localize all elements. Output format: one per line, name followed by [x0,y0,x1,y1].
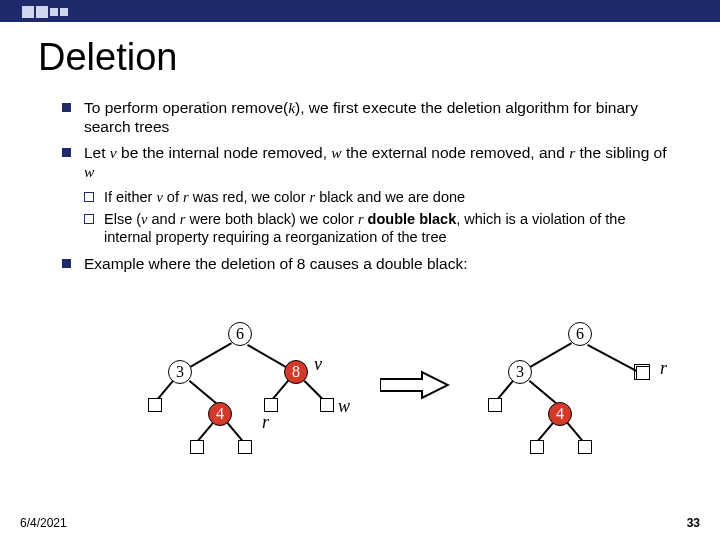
label-w: w [338,396,350,417]
diagram-area: 6 3 8 4 v r w [0,322,720,492]
page-number: 33 [687,516,700,530]
leaf-double-black [636,366,650,380]
node-3: 3 [168,360,192,384]
tree-before: 6 3 8 4 v r w [120,322,360,492]
label-r: r [262,412,269,433]
bullet-2: Let v be the internal node removed, w th… [62,143,674,182]
arrow-icon [380,370,450,400]
bullet-3: Example where the deletion of 8 causes a… [62,254,674,273]
node-4: 4 [548,402,572,426]
bullet-1: To perform operation remove(k), we first… [62,98,674,137]
node-8: 8 [284,360,308,384]
page-title: Deletion [38,36,177,79]
leaf [148,398,162,412]
topbar-decoration [0,0,720,22]
leaf [190,440,204,454]
leaf [488,398,502,412]
node-3: 3 [508,360,532,384]
node-6: 6 [228,322,252,346]
leaf [530,440,544,454]
label-v: v [314,354,322,375]
node-6: 6 [568,322,592,346]
leaf [320,398,334,412]
leaf [578,440,592,454]
tree-after: 6 3 4 r [460,322,680,492]
content-body: To perform operation remove(k), we first… [62,98,674,279]
topbar-squares [22,4,70,22]
svg-marker-0 [380,372,448,398]
slide: Deletion To perform operation remove(k),… [0,0,720,540]
leaf [264,398,278,412]
node-4: 4 [208,402,232,426]
footer-date: 6/4/2021 [20,516,67,530]
label-r: r [660,358,667,379]
subbullet-2: Else (v and r were both black) we color … [62,210,674,246]
subbullet-1: If either v of r was red, we color r bla… [62,188,674,206]
leaf [238,440,252,454]
